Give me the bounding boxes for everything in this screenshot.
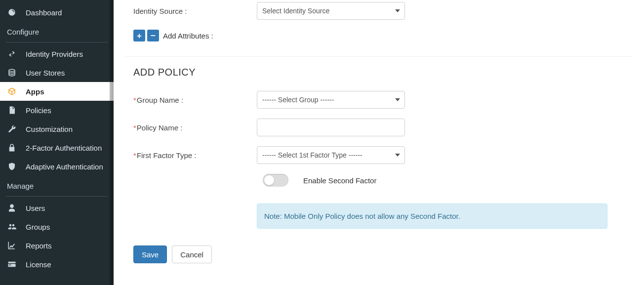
add-policy-title: ADD POLICY bbox=[133, 67, 632, 78]
shield-icon bbox=[7, 162, 17, 171]
group-name-select[interactable]: ------ Select Group ------ bbox=[257, 91, 405, 109]
users-group-icon bbox=[7, 222, 17, 231]
wrench-icon bbox=[7, 124, 17, 133]
policy-name-input[interactable] bbox=[257, 119, 405, 136]
row-first-factor: First Factor Type : ------ Select 1st Fa… bbox=[133, 146, 632, 164]
policy-name-label: Policy Name : bbox=[133, 123, 257, 132]
save-button[interactable]: Save bbox=[133, 245, 167, 263]
dashboard-icon bbox=[7, 8, 17, 17]
card-icon bbox=[7, 260, 17, 269]
remove-attribute-button[interactable]: − bbox=[147, 30, 159, 41]
sidebar-item-label: Customization bbox=[26, 125, 73, 133]
sidebar-item-users[interactable]: Users bbox=[0, 199, 114, 217]
user-icon bbox=[7, 204, 17, 212]
enable-second-factor-toggle[interactable] bbox=[263, 174, 288, 187]
add-attributes-label: Add Attributes : bbox=[163, 32, 213, 40]
sidebar-item-label: 2-Factor Authentication bbox=[26, 144, 102, 152]
row-add-attributes: + − Add Attributes : bbox=[133, 30, 632, 41]
sidebar-item-reports[interactable]: Reports bbox=[0, 236, 114, 255]
row-enable-second-factor: Enable Second Factor bbox=[133, 174, 632, 187]
row-identity-source: Identity Source : Select Identity Source bbox=[133, 2, 632, 20]
sidebar-item-groups[interactable]: Groups bbox=[0, 217, 114, 236]
sidebar-item-label: Identity Providers bbox=[26, 50, 83, 58]
identity-source-label: Identity Source : bbox=[133, 7, 257, 15]
cube-icon bbox=[7, 87, 17, 96]
sidebar-item-policies[interactable]: Policies bbox=[0, 101, 114, 120]
row-group-name: Group Name : ------ Select Group ------ bbox=[133, 91, 632, 109]
sidebar-item-label: Users bbox=[26, 204, 45, 212]
sidebar-item-license[interactable]: License bbox=[0, 255, 114, 274]
policy-note: Note: Mobile Only Policy does not allow … bbox=[257, 204, 607, 229]
sidebar-item-label: Groups bbox=[26, 223, 50, 231]
sidebar-item-user-stores[interactable]: User Stores bbox=[0, 63, 114, 82]
first-factor-label: First Factor Type : bbox=[133, 151, 257, 160]
first-factor-select[interactable]: ------ Select 1st Factor Type ------ bbox=[257, 146, 405, 164]
form-actions: Save Cancel bbox=[133, 245, 632, 263]
sidebar-item-label: Apps bbox=[26, 87, 44, 96]
identity-source-select[interactable]: Select Identity Source bbox=[257, 2, 405, 20]
sidebar-item-label: License bbox=[26, 260, 51, 269]
enable-second-factor-label: Enable Second Factor bbox=[303, 176, 376, 185]
document-icon bbox=[7, 106, 17, 115]
sidebar-item-label: Reports bbox=[26, 242, 52, 250]
sidebar-item-label: Policies bbox=[26, 106, 51, 115]
row-policy-name: Policy Name : bbox=[133, 119, 632, 136]
sidebar-item-adaptive-auth[interactable]: Adaptive Authentication bbox=[0, 157, 114, 176]
add-attribute-button[interactable]: + bbox=[133, 30, 145, 41]
sidebar-divider bbox=[6, 42, 108, 42]
group-name-label: Group Name : bbox=[133, 96, 257, 104]
database-icon bbox=[7, 68, 17, 77]
sidebar-heading-manage: Manage bbox=[0, 176, 114, 194]
sidebar-divider bbox=[6, 196, 108, 197]
sidebar-item-label: Adaptive Authentication bbox=[26, 163, 103, 171]
sidebar-item-customization[interactable]: Customization bbox=[0, 120, 114, 138]
sidebar-item-identity-providers[interactable]: Identity Providers bbox=[0, 44, 114, 63]
exchange-icon bbox=[7, 49, 17, 58]
sidebar-item-label: Dashboard bbox=[26, 8, 62, 17]
row-note: Note: Mobile Only Policy does not allow … bbox=[133, 197, 632, 229]
sidebar-item-two-factor[interactable]: 2-Factor Authentication bbox=[0, 138, 114, 157]
sidebar-item-label: User Stores bbox=[26, 69, 65, 77]
sidebar-item-apps[interactable]: Apps bbox=[0, 82, 114, 101]
sidebar: Dashboard Configure Identity Providers U… bbox=[0, 0, 114, 285]
chart-icon bbox=[7, 241, 17, 250]
main-content: Identity Source : Select Identity Source… bbox=[114, 0, 644, 285]
cancel-button[interactable]: Cancel bbox=[172, 245, 212, 263]
sidebar-item-dashboard[interactable]: Dashboard bbox=[0, 3, 114, 22]
sidebar-heading-configure: Configure bbox=[0, 22, 114, 40]
lock-icon bbox=[7, 143, 17, 152]
section-divider bbox=[125, 56, 632, 57]
